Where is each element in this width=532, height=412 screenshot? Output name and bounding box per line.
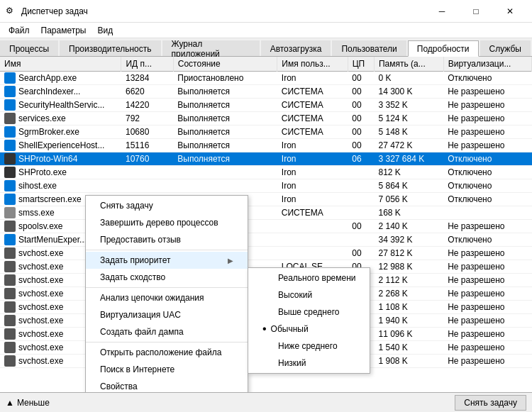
ctx-search-web[interactable]: Поиск в Интернете	[86, 361, 248, 378]
cell-state: Приостановлено	[173, 72, 277, 85]
ctx-open-location[interactable]: Открыть расположение файла	[86, 344, 248, 361]
tab-performance[interactable]: Производительность	[60, 40, 160, 56]
chevron-up-icon: ▲	[6, 398, 14, 408]
process-name-text: svchost.exe	[18, 329, 63, 339]
maximize-button[interactable]: □	[460, 0, 492, 23]
process-name-text: SearchApp.exe	[18, 73, 77, 83]
cell-user: Iron	[277, 152, 348, 166]
cell-virt: Отключено	[443, 193, 531, 206]
ctx-feedback[interactable]: Предоставить отзыв	[86, 231, 248, 248]
cell-id: 10680	[121, 126, 173, 139]
cell-state: Выполняется	[173, 152, 277, 166]
process-icon	[4, 288, 16, 299]
ctx-remove-task[interactable]: Снять задачу	[86, 197, 248, 214]
table-row[interactable]: SHProto.exe Iron 812 K Отключено	[0, 166, 532, 179]
col-header-name[interactable]: Имя	[0, 57, 121, 72]
table-row[interactable]: SearchIndexer... 6620 Выполняется СИСТЕМ…	[0, 85, 532, 99]
sub-high[interactable]: Высокий	[248, 286, 370, 304]
menu-view[interactable]: Вид	[92, 24, 118, 37]
table-row[interactable]: sihost.exe Iron 5 864 K Отключено	[0, 179, 532, 193]
cell-mem: 34 392 K	[374, 233, 443, 247]
table-row[interactable]: SgrmBroker.exe 10680 Выполняется СИСТЕМА…	[0, 126, 532, 139]
menu-file[interactable]: Файл	[3, 24, 35, 37]
tab-users[interactable]: Пользователи	[332, 40, 406, 56]
close-button[interactable]: ✕	[494, 0, 526, 23]
process-name-text: svchost.exe	[18, 289, 63, 299]
table-row[interactable]: smss.exe СИСТЕМА 168 K	[0, 206, 532, 220]
minimize-button[interactable]: ─	[426, 0, 458, 23]
tab-processes[interactable]: Процессы	[0, 40, 58, 56]
cell-mem: 7 056 K	[374, 193, 443, 206]
ctx-dump[interactable]: Создать файл дампа	[86, 323, 248, 340]
ctx-wait-chain[interactable]: Анализ цепочки ожидания	[86, 289, 248, 306]
sub-below-normal[interactable]: Ниже среднего	[248, 338, 370, 355]
cell-mem: 2 140 K	[374, 220, 443, 233]
process-name-text: smss.exe	[18, 208, 55, 218]
process-name-text: StartMenuExper...	[18, 235, 87, 245]
menu-settings[interactable]: Параметры	[35, 24, 92, 37]
table-row[interactable]: SearchApp.exe 13284 Приостановлено Iron …	[0, 72, 532, 85]
col-header-mem[interactable]: Память (а...	[374, 57, 443, 72]
tab-services[interactable]: Службы	[480, 40, 531, 56]
ctx-uac-virt[interactable]: Виртуализация UAC	[86, 306, 248, 323]
sub-low[interactable]: Низкий	[248, 355, 370, 372]
table-row[interactable]: services.exe 792 Выполняется СИСТЕМА 00 …	[0, 112, 532, 126]
cell-mem: 168 K	[374, 206, 443, 220]
sub-normal[interactable]: Обычный	[248, 321, 370, 338]
table-row[interactable]: StartMenuExper... 34 392 K Отключено	[0, 233, 532, 247]
process-icon	[4, 315, 16, 326]
col-header-virt[interactable]: Виртуализаци...	[443, 57, 531, 72]
cell-cpu: 00	[348, 139, 374, 152]
process-table-container: Имя ИД п... Состояние Имя польз... ЦП Па…	[0, 57, 532, 392]
cell-virt: Отключено	[443, 152, 531, 166]
process-icon	[4, 234, 16, 245]
process-icon	[4, 153, 16, 165]
sub-realtime[interactable]: Реального времени	[248, 269, 370, 286]
cell-virt: Не разрешено	[443, 85, 531, 99]
col-header-id[interactable]: ИД п...	[121, 57, 173, 72]
end-task-button[interactable]: Снять задачу	[455, 395, 526, 411]
process-name-text: svchost.exe	[18, 275, 63, 285]
col-header-state[interactable]: Состояние	[173, 57, 277, 72]
ctx-set-affinity[interactable]: Задать сходство	[86, 269, 248, 286]
cell-name: sihost.exe	[0, 179, 121, 193]
context-menu: Снять задачу Завершить дерево процессов …	[85, 195, 248, 392]
table-row[interactable]: spoolsv.exe 00 2 140 K Не разрешено	[0, 220, 532, 233]
cell-virt: Не разрешено	[443, 126, 531, 139]
ctx-properties[interactable]: Свойства	[86, 378, 248, 392]
process-icon	[4, 221, 16, 232]
cell-id	[121, 166, 173, 179]
cell-name: ShellExperienceHost...	[0, 139, 121, 152]
ctx-end-tree[interactable]: Завершить дерево процессов	[86, 214, 248, 231]
table-row[interactable]: ShellExperienceHost... 15116 Выполняется…	[0, 139, 532, 152]
table-row[interactable]: svchost.exe 00 27 812 K Не разрешено	[0, 247, 532, 260]
process-name-text: svchost.exe	[18, 316, 63, 325]
table-row[interactable]: SecurityHealthServic... 14220 Выполняетс…	[0, 99, 532, 112]
process-name-text: svchost.exe	[18, 248, 63, 258]
ctx-set-priority[interactable]: Задать приоритет ▶	[86, 252, 248, 269]
cell-virt: Отключено	[443, 233, 531, 247]
col-header-user[interactable]: Имя польз...	[277, 57, 348, 72]
process-icon	[4, 126, 16, 138]
cell-cpu: 00	[348, 72, 374, 85]
tab-details[interactable]: Подробности	[408, 40, 479, 57]
tab-startup[interactable]: Автозагрузка	[261, 40, 331, 56]
sub-above-normal[interactable]: Выше среднего	[248, 304, 370, 321]
cell-id: 10760	[121, 152, 173, 166]
table-row[interactable]: smartscreen.exe Iron 7 056 K Отключено	[0, 193, 532, 206]
cell-state	[173, 179, 277, 193]
cell-cpu	[348, 193, 374, 206]
cell-state: Выполняется	[173, 126, 277, 139]
process-name-text: sihost.exe	[18, 181, 57, 191]
process-name-text: SearchIndexer...	[18, 87, 80, 96]
cell-mem: 11 096 K	[374, 328, 443, 341]
process-icon	[4, 261, 16, 272]
table-row[interactable]: SHProto-Win64 10760 Выполняется Iron 06 …	[0, 152, 532, 166]
cell-state: Выполняется	[173, 99, 277, 112]
less-button[interactable]: ▲ Меньше	[6, 398, 50, 408]
tab-app-history[interactable]: Журнал приложений	[162, 40, 260, 56]
process-icon	[4, 113, 16, 124]
cell-user: СИСТЕМА	[277, 112, 348, 126]
col-header-cpu[interactable]: ЦП	[348, 57, 374, 72]
cell-virt: Не разрешено	[443, 314, 531, 328]
